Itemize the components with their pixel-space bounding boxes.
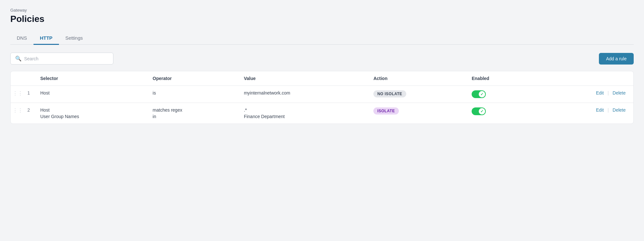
row-operator: is (148, 86, 239, 103)
breadcrumb: Gateway (10, 8, 634, 13)
enabled-toggle[interactable]: ✓ (472, 107, 486, 115)
row-value: .*Finance Department (239, 103, 368, 124)
col-drag (11, 71, 25, 86)
table-header-row: Selector Operator Value Action Enabled (11, 71, 633, 86)
tab-http[interactable]: HTTP (34, 32, 59, 45)
toolbar: 🔍 Add a rule (10, 53, 634, 65)
row-number: 1 (25, 86, 35, 103)
row-enabled[interactable]: ✓ (466, 103, 530, 124)
edit-button[interactable]: Edit (596, 90, 604, 95)
page-title: Policies (10, 14, 634, 24)
col-selector: Selector (35, 71, 148, 86)
row-action: ISOLATE (368, 103, 466, 124)
add-rule-button[interactable]: Add a rule (599, 53, 634, 65)
search-icon: 🔍 (15, 55, 22, 62)
rules-table-container: Selector Operator Value Action Enabled ⋮… (10, 71, 634, 124)
row-selector: HostUser Group Names (35, 103, 148, 124)
search-box[interactable]: 🔍 (10, 53, 113, 65)
row-operator: matches regexin (148, 103, 239, 124)
col-enabled: Enabled (466, 71, 530, 86)
edit-button[interactable]: Edit (596, 107, 604, 113)
row-selector: Host (35, 86, 148, 103)
row-number: 2 (25, 103, 35, 124)
delete-button[interactable]: Delete (613, 107, 626, 113)
toggle-check-icon: ✓ (480, 109, 484, 114)
rules-table: Selector Operator Value Action Enabled ⋮… (11, 71, 633, 124)
drag-handle[interactable]: ⋮⋮ (11, 86, 25, 103)
row-actions: Edit | Delete (530, 86, 633, 103)
row-action: NO ISOLATE (368, 86, 466, 103)
action-badge: ISOLATE (373, 107, 399, 115)
action-separator: | (608, 90, 609, 95)
row-actions: Edit | Delete (530, 103, 633, 124)
table-row: ⋮⋮1Hostismyinternalnetwork.comNO ISOLATE… (11, 86, 633, 103)
search-input[interactable] (24, 56, 109, 61)
drag-handle[interactable]: ⋮⋮ (11, 103, 25, 124)
row-enabled[interactable]: ✓ (466, 86, 530, 103)
table-row: ⋮⋮2HostUser Group Namesmatches regexin.*… (11, 103, 633, 124)
enabled-toggle[interactable]: ✓ (472, 90, 486, 98)
page: Gateway Policies DNS HTTP Settings 🔍 Add… (0, 0, 644, 132)
col-operator: Operator (148, 71, 239, 86)
action-separator: | (608, 107, 609, 113)
tab-dns[interactable]: DNS (10, 32, 34, 45)
row-value: myinternalnetwork.com (239, 86, 368, 103)
col-action: Action (368, 71, 466, 86)
action-badge: NO ISOLATE (373, 90, 406, 97)
col-value: Value (239, 71, 368, 86)
delete-button[interactable]: Delete (613, 90, 626, 95)
tab-settings[interactable]: Settings (59, 32, 89, 45)
toggle-check-icon: ✓ (480, 92, 484, 96)
col-num (25, 71, 35, 86)
tabs-container: DNS HTTP Settings (10, 32, 634, 45)
col-actions-header (530, 71, 633, 86)
